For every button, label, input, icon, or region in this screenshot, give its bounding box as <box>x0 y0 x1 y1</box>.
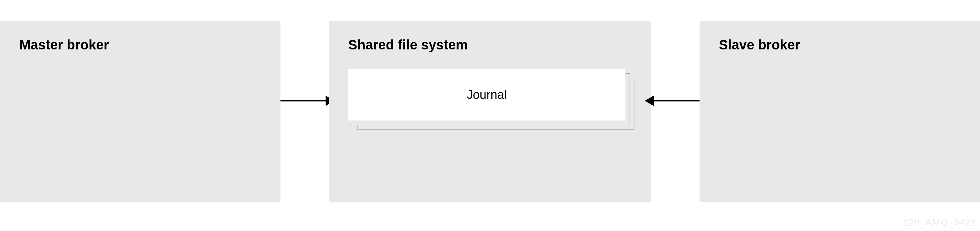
journal-box: Journal <box>348 69 625 120</box>
master-broker-box: Master broker <box>0 21 280 202</box>
slave-broker-box: Slave broker <box>700 21 980 202</box>
slave-broker-title: Slave broker <box>719 37 961 53</box>
arrow-master-to-shared <box>280 100 329 101</box>
arrowhead-left-icon <box>645 96 654 106</box>
journal-label: Journal <box>467 88 507 102</box>
master-broker-title: Master broker <box>19 37 261 53</box>
diagram-container: Master broker Shared file system Journal… <box>0 0 980 231</box>
arrow-slave-to-shared <box>651 100 700 101</box>
shared-file-system-title: Shared file system <box>348 37 632 53</box>
journal-stack: Journal <box>348 69 632 120</box>
watermark-text: 120_AMQ_0421 <box>903 217 977 228</box>
shared-file-system-box: Shared file system Journal <box>329 21 651 202</box>
